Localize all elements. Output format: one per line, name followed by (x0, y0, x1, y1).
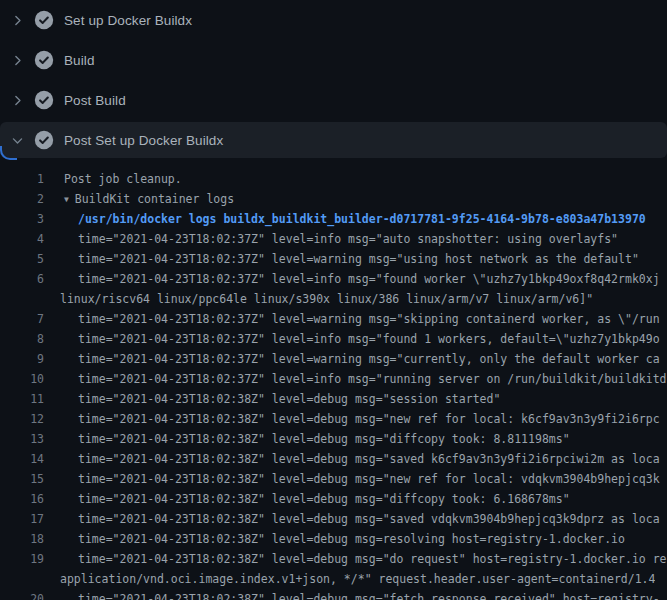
log-line-text: time="2021-04-23T18:02:38Z" level=debug … (44, 429, 570, 449)
log-line-text: time="2021-04-23T18:02:38Z" level=debug … (44, 469, 660, 489)
step-header[interactable]: Set up Docker Buildx (0, 0, 667, 40)
step-header[interactable]: Build (0, 40, 667, 80)
log-line: 10 time="2021-04-23T18:02:37Z" level=inf… (0, 369, 667, 389)
log-line-text: time="2021-04-23T18:02:38Z" level=debug … (44, 529, 625, 549)
log-line-text: ▼BuildKit container logs (44, 189, 234, 209)
log-line: 11 time="2021-04-23T18:02:38Z" level=deb… (0, 389, 667, 409)
log-line-text: time="2021-04-23T18:02:37Z" level=warnin… (44, 309, 660, 329)
check-circle-icon (34, 130, 54, 150)
log-line-number[interactable]: 9 (0, 349, 44, 369)
log-line-number[interactable]: 6 (0, 269, 44, 289)
log-line-text: time="2021-04-23T18:02:38Z" level=debug … (44, 589, 660, 600)
log-line-number[interactable]: 8 (0, 329, 44, 349)
log-line-number (0, 289, 44, 309)
check-circle-icon (34, 90, 54, 110)
log-line-text: time="2021-04-23T18:02:38Z" level=debug … (44, 549, 667, 569)
log-line-number[interactable]: 7 (0, 309, 44, 329)
log-line: 9 time="2021-04-23T18:02:37Z" level=warn… (0, 349, 667, 369)
chevron-right-icon[interactable] (0, 54, 34, 67)
log-lines-container: 1 Post job cleanup. 2 ▼BuildKit containe… (0, 160, 667, 600)
log-line: 4 time="2021-04-23T18:02:37Z" level=info… (0, 229, 667, 249)
log-line: application/vnd.oci.image.index.v1+json,… (0, 569, 667, 589)
step-header[interactable]: Post Build (0, 80, 667, 120)
log-line: 6 time="2021-04-23T18:02:37Z" level=info… (0, 269, 667, 289)
log-line-text: time="2021-04-23T18:02:38Z" level=debug … (44, 389, 500, 409)
log-line-number[interactable]: 19 (0, 549, 44, 569)
log-line: 19 time="2021-04-23T18:02:38Z" level=deb… (0, 549, 667, 569)
log-line: 12 time="2021-04-23T18:02:38Z" level=deb… (0, 409, 667, 429)
log-line-text: time="2021-04-23T18:02:37Z" level=info m… (44, 269, 660, 289)
log-line: 3 /usr/bin/docker logs buildx_buildkit_b… (0, 209, 667, 229)
step-label: Post Set up Docker Buildx (64, 133, 223, 148)
log-line-number[interactable]: 16 (0, 489, 44, 509)
log-line-number[interactable]: 11 (0, 389, 44, 409)
log-line: 15 time="2021-04-23T18:02:38Z" level=deb… (0, 469, 667, 489)
actions-log-panel: Set up Docker Buildx Build P (0, 0, 667, 600)
log-line-text: time="2021-04-23T18:02:37Z" level=info m… (44, 329, 660, 349)
log-line: 18 time="2021-04-23T18:02:38Z" level=deb… (0, 529, 667, 549)
log-line-number[interactable]: 10 (0, 369, 44, 389)
log-line-number[interactable]: 20 (0, 589, 44, 600)
log-line-number[interactable]: 14 (0, 449, 44, 469)
log-line-text: time="2021-04-23T18:02:37Z" level=warnin… (44, 349, 660, 369)
chevron-down-icon[interactable] (0, 134, 34, 147)
log-line-number (0, 569, 44, 589)
log-line-number[interactable]: 1 (0, 169, 44, 189)
log-line: 1 Post job cleanup. (0, 169, 667, 189)
log-line-text: time="2021-04-23T18:02:37Z" level=warnin… (44, 249, 639, 269)
log-line-text: linux/riscv64 linux/ppc64le linux/s390x … (44, 289, 593, 309)
step-label: Build (64, 53, 95, 68)
log-line: 16 time="2021-04-23T18:02:38Z" level=deb… (0, 489, 667, 509)
log-group-line[interactable]: 2 ▼BuildKit container logs (0, 189, 667, 209)
log-line-text: time="2021-04-23T18:02:38Z" level=debug … (44, 449, 660, 469)
check-circle-icon (34, 50, 54, 70)
log-line: 13 time="2021-04-23T18:02:38Z" level=deb… (0, 429, 667, 449)
log-line-number[interactable]: 13 (0, 429, 44, 449)
log-line-number[interactable]: 2 (0, 189, 44, 209)
log-line-text: time="2021-04-23T18:02:37Z" level=info m… (44, 369, 667, 389)
log-line-number[interactable]: 12 (0, 409, 44, 429)
check-circle-icon (34, 10, 54, 30)
log-line-number[interactable]: 3 (0, 209, 44, 229)
log-line-text: time="2021-04-23T18:02:38Z" level=debug … (44, 409, 660, 429)
log-line-number[interactable]: 4 (0, 229, 44, 249)
log-line: 7 time="2021-04-23T18:02:37Z" level=warn… (0, 309, 667, 329)
log-line: 8 time="2021-04-23T18:02:37Z" level=info… (0, 329, 667, 349)
log-line: 20 time="2021-04-23T18:02:38Z" level=deb… (0, 589, 667, 600)
chevron-right-icon[interactable] (0, 14, 34, 27)
log-line-number[interactable]: 15 (0, 469, 44, 489)
log-line-text: /usr/bin/docker logs buildx_buildkit_bui… (44, 209, 646, 229)
chevron-right-icon[interactable] (0, 94, 34, 107)
step-label: Post Build (64, 93, 126, 108)
steps-list: Set up Docker Buildx Build P (0, 0, 667, 160)
log-line: 14 time="2021-04-23T18:02:38Z" level=deb… (0, 449, 667, 469)
log-line-text: application/vnd.oci.image.index.v1+json,… (44, 569, 655, 589)
log-line-text: Post job cleanup. (44, 169, 182, 189)
log-line: 5 time="2021-04-23T18:02:37Z" level=warn… (0, 249, 667, 269)
log-line: linux/riscv64 linux/ppc64le linux/s390x … (0, 289, 667, 309)
log-line-text: time="2021-04-23T18:02:38Z" level=debug … (44, 489, 570, 509)
log-line-number[interactable]: 18 (0, 529, 44, 549)
log-line-number[interactable]: 5 (0, 249, 44, 269)
group-caret-icon[interactable]: ▼ (64, 190, 69, 209)
log-line-number[interactable]: 17 (0, 509, 44, 529)
step-header[interactable]: Post Set up Docker Buildx (0, 120, 667, 160)
log-line: 17 time="2021-04-23T18:02:38Z" level=deb… (0, 509, 667, 529)
step-label: Set up Docker Buildx (64, 13, 192, 28)
log-line-text: time="2021-04-23T18:02:38Z" level=debug … (44, 509, 660, 529)
log-line-text: time="2021-04-23T18:02:37Z" level=info m… (44, 229, 618, 249)
